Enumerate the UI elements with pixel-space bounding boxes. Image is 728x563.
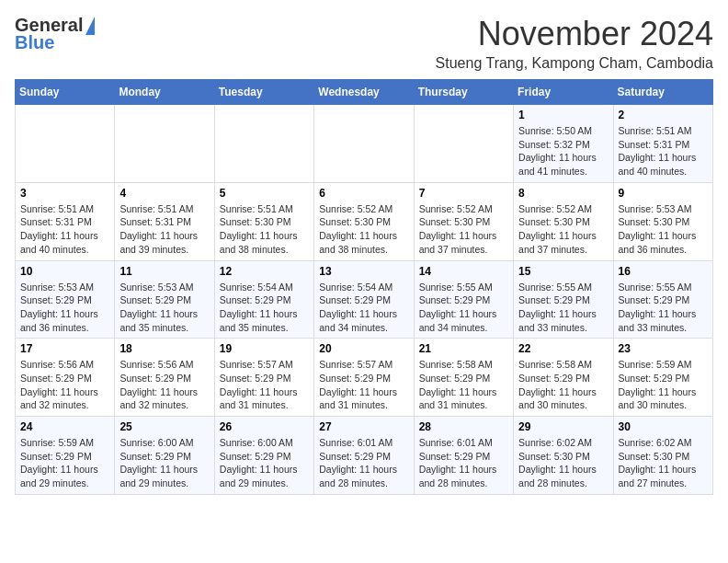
day-cell: 4Sunrise: 5:51 AM Sunset: 5:31 PM Daylig… xyxy=(115,182,214,260)
day-info: Sunrise: 5:52 AM Sunset: 5:30 PM Dayligh… xyxy=(319,202,408,257)
day-info: Sunrise: 5:51 AM Sunset: 5:30 PM Dayligh… xyxy=(220,202,309,257)
day-cell xyxy=(115,105,214,183)
day-cell xyxy=(16,105,115,183)
day-cell: 5Sunrise: 5:51 AM Sunset: 5:30 PM Daylig… xyxy=(214,182,313,260)
day-cell: 12Sunrise: 5:54 AM Sunset: 5:29 PM Dayli… xyxy=(214,260,313,339)
day-cell: 25Sunrise: 6:00 AM Sunset: 5:29 PM Dayli… xyxy=(115,417,214,495)
day-info: Sunrise: 5:59 AM Sunset: 5:29 PM Dayligh… xyxy=(20,436,109,490)
day-number: 10 xyxy=(20,265,109,278)
week-row-3: 10Sunrise: 5:53 AM Sunset: 5:29 PM Dayli… xyxy=(16,260,713,339)
day-info: Sunrise: 5:55 AM Sunset: 5:29 PM Dayligh… xyxy=(419,281,508,335)
day-number: 26 xyxy=(220,420,309,433)
header-saturday: Saturday xyxy=(613,80,712,105)
logo-blue: Blue xyxy=(15,32,54,53)
day-info: Sunrise: 5:56 AM Sunset: 5:29 PM Dayligh… xyxy=(119,358,209,412)
logo-triangle xyxy=(85,17,95,35)
day-info: Sunrise: 5:57 AM Sunset: 5:29 PM Dayligh… xyxy=(220,358,309,412)
day-cell: 16Sunrise: 5:55 AM Sunset: 5:29 PM Dayli… xyxy=(613,260,712,339)
day-cell: 26Sunrise: 6:00 AM Sunset: 5:29 PM Dayli… xyxy=(214,417,313,495)
day-info: Sunrise: 6:01 AM Sunset: 5:29 PM Dayligh… xyxy=(319,436,408,490)
day-info: Sunrise: 5:52 AM Sunset: 5:30 PM Dayligh… xyxy=(419,202,508,257)
day-cell: 8Sunrise: 5:52 AM Sunset: 5:30 PM Daylig… xyxy=(514,182,613,260)
day-cell: 30Sunrise: 6:02 AM Sunset: 5:30 PM Dayli… xyxy=(613,417,712,495)
day-cell: 11Sunrise: 5:53 AM Sunset: 5:29 PM Dayli… xyxy=(115,260,214,339)
day-cell xyxy=(314,105,414,183)
day-cell: 15Sunrise: 5:55 AM Sunset: 5:29 PM Dayli… xyxy=(514,260,613,339)
week-row-1: 1Sunrise: 5:50 AM Sunset: 5:32 PM Daylig… xyxy=(16,105,713,183)
header-friday: Friday xyxy=(514,80,613,105)
day-number: 19 xyxy=(220,342,309,355)
header-sunday: Sunday xyxy=(16,80,115,105)
day-info: Sunrise: 5:54 AM Sunset: 5:29 PM Dayligh… xyxy=(220,281,309,335)
day-cell: 1Sunrise: 5:50 AM Sunset: 5:32 PM Daylig… xyxy=(514,105,613,183)
location-title: Stueng Trang, Kampong Cham, Cambodia xyxy=(436,55,713,72)
day-number: 24 xyxy=(20,420,109,433)
week-row-4: 17Sunrise: 5:56 AM Sunset: 5:29 PM Dayli… xyxy=(16,339,713,417)
day-cell: 24Sunrise: 5:59 AM Sunset: 5:29 PM Dayli… xyxy=(16,417,115,495)
day-number: 28 xyxy=(419,420,508,433)
day-number: 25 xyxy=(119,420,209,433)
day-info: Sunrise: 6:02 AM Sunset: 5:30 PM Dayligh… xyxy=(619,436,708,490)
day-cell: 14Sunrise: 5:55 AM Sunset: 5:29 PM Dayli… xyxy=(414,260,513,339)
day-cell: 17Sunrise: 5:56 AM Sunset: 5:29 PM Dayli… xyxy=(16,339,115,417)
day-cell xyxy=(214,105,313,183)
day-cell: 19Sunrise: 5:57 AM Sunset: 5:29 PM Dayli… xyxy=(214,339,313,417)
logo: General Blue xyxy=(15,15,95,53)
header-monday: Monday xyxy=(115,80,214,105)
day-cell: 2Sunrise: 5:51 AM Sunset: 5:31 PM Daylig… xyxy=(613,105,712,183)
day-number: 15 xyxy=(518,265,608,278)
day-info: Sunrise: 5:57 AM Sunset: 5:29 PM Dayligh… xyxy=(319,358,408,412)
day-info: Sunrise: 6:00 AM Sunset: 5:29 PM Dayligh… xyxy=(220,436,309,490)
day-cell: 28Sunrise: 6:01 AM Sunset: 5:29 PM Dayli… xyxy=(414,417,513,495)
day-info: Sunrise: 5:53 AM Sunset: 5:30 PM Dayligh… xyxy=(619,202,708,257)
day-number: 8 xyxy=(518,187,608,200)
day-info: Sunrise: 5:53 AM Sunset: 5:29 PM Dayligh… xyxy=(119,281,209,335)
day-cell: 20Sunrise: 5:57 AM Sunset: 5:29 PM Dayli… xyxy=(314,339,414,417)
day-cell: 21Sunrise: 5:58 AM Sunset: 5:29 PM Dayli… xyxy=(414,339,513,417)
week-row-2: 3Sunrise: 5:51 AM Sunset: 5:31 PM Daylig… xyxy=(16,182,713,260)
day-number: 22 xyxy=(518,342,608,355)
day-number: 18 xyxy=(119,342,209,355)
day-cell: 7Sunrise: 5:52 AM Sunset: 5:30 PM Daylig… xyxy=(414,182,513,260)
day-info: Sunrise: 5:55 AM Sunset: 5:29 PM Dayligh… xyxy=(619,281,708,335)
day-cell: 9Sunrise: 5:53 AM Sunset: 5:30 PM Daylig… xyxy=(613,182,712,260)
day-cell xyxy=(414,105,513,183)
day-info: Sunrise: 5:58 AM Sunset: 5:29 PM Dayligh… xyxy=(419,358,508,412)
day-info: Sunrise: 5:53 AM Sunset: 5:29 PM Dayligh… xyxy=(20,281,109,335)
day-number: 6 xyxy=(319,187,408,200)
day-info: Sunrise: 5:50 AM Sunset: 5:32 PM Dayligh… xyxy=(518,124,608,178)
day-number: 20 xyxy=(319,342,408,355)
day-number: 1 xyxy=(518,109,608,121)
day-cell: 10Sunrise: 5:53 AM Sunset: 5:29 PM Dayli… xyxy=(16,260,115,339)
day-cell: 27Sunrise: 6:01 AM Sunset: 5:29 PM Dayli… xyxy=(314,417,414,495)
title-block: November 2024 Stueng Trang, Kampong Cham… xyxy=(436,15,713,72)
day-cell: 22Sunrise: 5:58 AM Sunset: 5:29 PM Dayli… xyxy=(514,339,613,417)
day-cell: 3Sunrise: 5:51 AM Sunset: 5:31 PM Daylig… xyxy=(16,182,115,260)
day-info: Sunrise: 6:02 AM Sunset: 5:30 PM Dayligh… xyxy=(518,436,608,490)
day-number: 17 xyxy=(20,342,109,355)
day-number: 13 xyxy=(319,265,408,278)
day-number: 21 xyxy=(419,342,508,355)
day-number: 3 xyxy=(20,187,109,200)
header-wednesday: Wednesday xyxy=(314,80,414,105)
day-info: Sunrise: 5:51 AM Sunset: 5:31 PM Dayligh… xyxy=(20,202,109,257)
day-number: 2 xyxy=(619,109,708,121)
day-number: 12 xyxy=(220,265,309,278)
day-number: 11 xyxy=(119,265,209,278)
day-cell: 29Sunrise: 6:02 AM Sunset: 5:30 PM Dayli… xyxy=(514,417,613,495)
day-info: Sunrise: 5:51 AM Sunset: 5:31 PM Dayligh… xyxy=(619,124,708,178)
day-cell: 6Sunrise: 5:52 AM Sunset: 5:30 PM Daylig… xyxy=(314,182,414,260)
header-thursday: Thursday xyxy=(414,80,513,105)
calendar-table: SundayMondayTuesdayWednesdayThursdayFrid… xyxy=(15,79,713,495)
day-number: 14 xyxy=(419,265,508,278)
month-title: November 2024 xyxy=(436,15,713,53)
day-info: Sunrise: 5:52 AM Sunset: 5:30 PM Dayligh… xyxy=(518,202,608,257)
day-info: Sunrise: 5:54 AM Sunset: 5:29 PM Dayligh… xyxy=(319,281,408,335)
day-number: 27 xyxy=(319,420,408,433)
day-cell: 18Sunrise: 5:56 AM Sunset: 5:29 PM Dayli… xyxy=(115,339,214,417)
day-number: 29 xyxy=(518,420,608,433)
day-info: Sunrise: 6:00 AM Sunset: 5:29 PM Dayligh… xyxy=(119,436,209,490)
day-info: Sunrise: 5:55 AM Sunset: 5:29 PM Dayligh… xyxy=(518,281,608,335)
day-info: Sunrise: 5:58 AM Sunset: 5:29 PM Dayligh… xyxy=(518,358,608,412)
day-info: Sunrise: 5:59 AM Sunset: 5:29 PM Dayligh… xyxy=(619,358,708,412)
